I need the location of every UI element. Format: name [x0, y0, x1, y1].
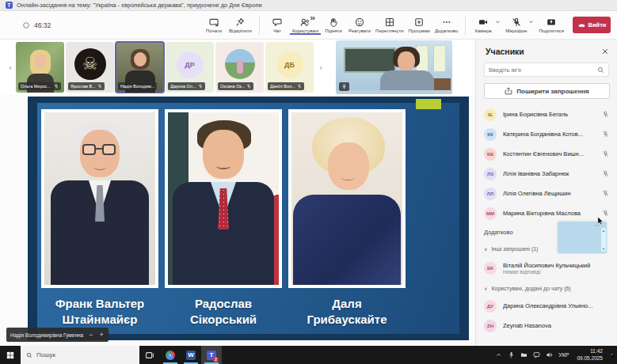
participant-name: Лілія Іванівна Забарнюк — [503, 170, 602, 177]
zoom-out-button[interactable]: − — [88, 332, 93, 339]
participant-thumbnail[interactable]: Оксана Ок... — [215, 42, 264, 93]
participant-thumbnail[interactable]: ДРДарина Ол... — [166, 42, 214, 93]
mic-off-icon[interactable] — [602, 210, 609, 217]
mic-off-icon[interactable] — [602, 150, 609, 157]
chat-button[interactable]: Чат — [265, 16, 290, 34]
participant-name: Катерина Богданівна Котов... — [503, 131, 602, 138]
participant-name: Віталій Йосипович Кульчицький — [503, 262, 609, 269]
show-desktop-button[interactable] — [611, 354, 614, 357]
leave-button-label: Вийти — [588, 21, 607, 28]
participant-thumbnail[interactable]: Ольга Миросла... — [16, 42, 64, 93]
view-grid-button[interactable]: Переглянути — [373, 16, 406, 34]
filmstrip-scroll-right-button[interactable]: › — [315, 59, 326, 75]
participant-section-header[interactable]: ∨Користувачі, додані до чату (6) — [476, 280, 617, 296]
teams-app-icon: T — [6, 2, 13, 9]
spotlight-mic-badge — [339, 82, 349, 91]
speaker-icon[interactable] — [546, 351, 553, 358]
participant-list: ІБІрина Борисівна БегальКККатерина Богда… — [476, 104, 617, 336]
people-button[interactable]: 39Користувачі — [290, 16, 321, 35]
scroll-up-icon[interactable]: ▲ — [601, 228, 606, 233]
participant-row[interactable]: ІБІрина Борисівна Бегаль — [476, 104, 617, 124]
hidden-icons-caret-icon[interactable] — [495, 351, 502, 358]
share-tray-button[interactable]: Поділитися — [536, 16, 566, 34]
camera-icon — [478, 17, 488, 27]
participant-filmstrip: ‹ Ольга Миросла...☠Ярослав В...Надія Вол… — [0, 40, 475, 95]
mic-off-icon[interactable] — [602, 170, 609, 177]
teams-taskbar-button[interactable]: T2 — [201, 346, 222, 364]
filmstrip-scroll-left-button[interactable]: ‹ — [5, 59, 16, 75]
zoom-in-button[interactable]: + — [98, 332, 104, 339]
file-explorer-icon[interactable] — [520, 351, 527, 358]
screen-share-button[interactable]: Почати — [201, 16, 227, 34]
share-invite-icon — [505, 87, 512, 95]
taskbar-clock[interactable]: 11:42 09.05.2025 — [574, 348, 605, 361]
mic-off-icon[interactable] — [602, 131, 609, 138]
apps-icon — [414, 17, 424, 27]
participant-row[interactable]: ZHZeynab Hasanova — [476, 316, 617, 336]
leave-button[interactable]: Вийти — [573, 17, 611, 33]
meeting-timer: 46:32 — [22, 21, 51, 29]
popup-scrollbar[interactable]: ▲▼ — [601, 228, 606, 252]
window-titlebar: T Онлайн-засідання на тему: "Україна - є… — [0, 0, 617, 11]
chat-tray-icon[interactable] — [533, 351, 540, 358]
word-taskbar-button[interactable]: W — [181, 346, 201, 364]
photo-sikorski — [165, 109, 282, 288]
chevron-down-icon: ∨ — [484, 246, 487, 252]
task-view-icon — [145, 351, 154, 360]
tray-mic-icon[interactable] — [508, 351, 515, 358]
photo-avatar — [225, 49, 255, 79]
participant-row[interactable]: КВКостянтин Євгенович Вишн... — [476, 144, 617, 164]
toolbar-button-label: Відкріпити — [229, 28, 252, 33]
participant-thumbnail[interactable]: ☠Ярослав В... — [66, 42, 114, 93]
chrome-taskbar-button[interactable] — [160, 346, 181, 364]
share-invite-button[interactable]: Поширити запрошення — [484, 83, 610, 99]
toolbar-button-label: Поділитися — [539, 28, 564, 33]
presenter-name: Надія Володимирівна Гуменна — [10, 332, 83, 338]
participant-thumbnail[interactable]: ДБДаніїл Вол... — [265, 42, 314, 93]
participant-row[interactable]: КККатерина Богданівна Котов... — [476, 124, 617, 144]
language-indicator[interactable]: УКР — [558, 352, 569, 358]
thumbnail-name-label: Ольга Миросла... — [18, 82, 61, 90]
participant-row[interactable]: ВКВіталій Йосипович КульчицькийНемає від… — [476, 256, 617, 280]
scroll-down-icon[interactable]: ▼ — [601, 246, 606, 252]
participant-row[interactable]: ЛЛЛілія Олегівна Лещишин — [476, 184, 617, 203]
avatar: ЛЛ — [484, 188, 497, 200]
meeting-content: ‹ Ольга Миросла...☠Ярослав В...Надія Вол… — [0, 40, 617, 346]
mic-off-icon[interactable] — [602, 190, 609, 197]
participant-search — [484, 63, 609, 77]
spotlight-video[interactable] — [336, 40, 452, 94]
participant-search-input[interactable] — [489, 66, 597, 74]
participant-name: Марина Вікторівна Маслова — [503, 210, 602, 217]
participant-row[interactable]: ДУДарина Олександрівна Ульяно... — [476, 296, 617, 316]
taskbar-search-input[interactable] — [36, 351, 134, 358]
start-button[interactable] — [0, 346, 21, 364]
react-icon — [355, 17, 364, 27]
more-button[interactable]: Додатково — [432, 16, 460, 34]
participant-row[interactable]: ЛЗЛілія Іванівна Забарнюк — [476, 164, 617, 184]
people-icon: 39 — [300, 17, 310, 27]
person-name: Радослав Сікорський — [173, 296, 273, 327]
raise-hand-icon — [329, 17, 338, 27]
windows-logo-icon — [6, 351, 14, 359]
apps-button[interactable]: Програми — [406, 16, 432, 34]
chevron-down-icon[interactable] — [527, 18, 535, 25]
thumbnail-name-label: Оксана Ок... — [218, 82, 253, 90]
participant-thumbnail[interactable]: Надія Володим... — [116, 42, 164, 93]
speaker-face — [398, 51, 415, 71]
chevron-down-icon[interactable] — [494, 18, 501, 25]
mic-off-icon[interactable] — [602, 111, 609, 118]
share-tray-icon — [547, 17, 556, 27]
mic-off-button[interactable]: Мікрофон — [503, 16, 529, 34]
participant-row[interactable]: МММарина Вікторівна Маслова — [476, 203, 617, 223]
unpin-button[interactable]: Відкріпити — [227, 16, 254, 34]
mic-off-small-icon — [54, 84, 59, 89]
task-view-button[interactable] — [139, 346, 160, 364]
close-panel-icon[interactable] — [601, 47, 609, 55]
thumbnail-name-label: Ярослав В... — [68, 82, 105, 90]
participant-name: Лілія Олегівна Лещишин — [503, 190, 602, 197]
mic-icon — [341, 84, 347, 89]
avatar: ВК — [484, 262, 497, 275]
react-button[interactable]: Реагувати — [346, 16, 373, 34]
raise-hand-button[interactable]: Підняти — [321, 16, 346, 34]
camera-button[interactable]: Камера — [470, 16, 496, 34]
